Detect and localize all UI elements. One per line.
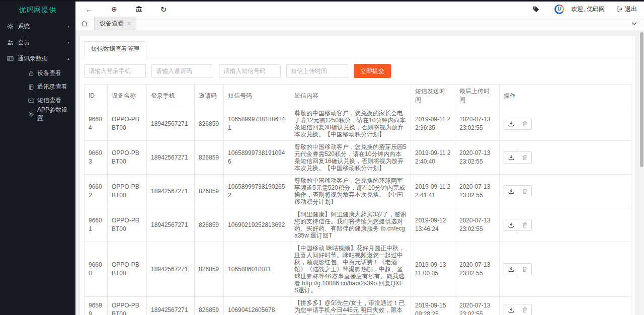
sidebar-item-label: 通讯录查看 [37,83,67,91]
filter-bar: 立即提交 [80,57,635,84]
download-icon [508,222,514,228]
sidebar-item-label: 短信查看 [37,96,61,105]
delete-button[interactable] [518,304,531,315]
download-button[interactable] [504,186,518,197]
tab-device-view[interactable]: 设备查看 × [94,17,136,30]
sidebar-item-contacts-data[interactable]: 通讯录数据 ▴ [0,50,75,66]
panel-tabs: 短信数据查看管理 [80,36,635,57]
download-button[interactable] [504,118,518,129]
chevron-down-icon: ▾ [67,24,69,29]
sms-number-input[interactable] [219,64,281,78]
table-row: 96602 OPPO-PBBT00 18942567271 826859 106… [85,175,631,208]
sidebar-item-members[interactable]: 会员 ▾ [0,34,75,50]
cell-device-name: OPPO-PBBT00 [108,242,147,297]
sidebar-item-system[interactable]: 系统 ▾ [0,18,75,34]
sms-panel: 短信数据查看管理 立即提交 ID设备名称登录手机邀请码短信号码短信内容短信发送时… [79,36,636,315]
sms-table: ID设备名称登录手机邀请码短信号码短信内容短信发送时间最后上传时间操作 9660… [84,84,631,315]
column-header: 短信号码 [224,85,290,107]
cell-sent-time: 2019-09-15 09:28:25 [411,297,455,315]
cell-sms-content: 【阿里健康】阿里健康大药房3岁了，感谢您的支持信任。我们将持续为您提供选对药、买… [290,208,411,242]
chevron-up-icon: ▴ [67,56,69,61]
cell-upload-time: 2020-07-13 23:02:55 [455,242,500,297]
login-phone-input[interactable] [84,64,146,78]
target-icon[interactable]: ⊕ [111,6,117,13]
upload-time-input[interactable] [286,64,348,78]
delete-button[interactable] [518,219,531,230]
scrollbar-thumb[interactable] [640,32,643,167]
cell-id: 96602 [85,175,108,208]
tab-label: 设备查看 [100,19,124,28]
tab-sms-data-management[interactable]: 短信数据查看管理 [84,41,146,57]
chevron-down-icon[interactable] [631,22,639,26]
tab-bar: 设备查看 × [75,17,644,30]
trash-icon [522,307,528,313]
cell-invite-code: 826859 [195,297,224,315]
refresh-icon[interactable]: ↻ [160,6,167,13]
cell-invite-code: 826859 [195,175,224,208]
logout-button[interactable]: 退出 [617,5,637,14]
close-icon[interactable]: × [127,20,131,27]
main-area: ← ⊕ ↻ U 欢迎, 优码网 退出 设备查看 × [75,0,644,315]
download-icon [508,307,514,313]
welcome-text: 欢迎, 优码网 [571,5,605,14]
sidebar-item-addressbook-view[interactable]: 通讯录查看 [0,80,75,94]
scrollbar-track[interactable] [639,32,644,315]
bank-icon[interactable] [135,6,142,13]
sidebar-item-label: 系统 [18,22,30,31]
delete-button[interactable] [518,118,531,129]
cell-sms-number: 1065806010011 [224,242,290,297]
home-icon[interactable] [80,20,88,27]
lock-icon [28,70,34,76]
table-wrap: ID设备名称登录手机邀请码短信号码短信内容短信发送时间最后上传时间操作 9660… [80,84,635,315]
column-header: 登录手机 [147,85,195,107]
tag-icon[interactable] [533,6,539,13]
download-button[interactable] [504,264,518,275]
gear-icon [7,23,14,30]
delete-button[interactable] [518,264,531,275]
download-button[interactable] [504,304,518,315]
envelope-icon [28,98,34,104]
logo-letter: U [556,6,563,13]
delete-button[interactable] [518,186,531,197]
download-icon [508,154,514,161]
sidebar-item-label: 通讯录数据 [18,54,48,63]
sidebar-item-label: 会员 [18,38,30,47]
trash-icon [522,222,528,228]
cell-operations [500,107,631,141]
trash-icon [522,188,528,194]
sidebar-item-label: 设备查看 [37,69,61,77]
cell-upload-time: 2020-07-13 23:02:55 [455,208,500,242]
back-icon[interactable]: ← [86,6,93,13]
cell-sms-content: 尊敬的中国移动客户，您兑换的环球网军事频道5元需520积分，请在10分钟内完成操… [290,175,411,208]
sidebar-item-device-view[interactable]: 设备查看 [0,66,75,80]
cell-invite-code: 826859 [195,141,224,175]
gear-icon [28,111,34,117]
cell-operations [500,208,631,242]
cell-invite-code: 826859 [195,107,224,141]
chevron-down-icon: ▾ [67,40,69,45]
table-header-row: ID设备名称登录手机邀请码短信号码短信内容短信发送时间最后上传时间操作 [85,85,631,107]
avatar-logo[interactable]: U [554,5,564,14]
cell-sms-number: 10690219252813692 [224,208,290,242]
book-icon [28,84,34,90]
cell-sent-time: 2019-09-11 22:40:40 [411,141,455,175]
delete-button[interactable] [518,152,531,163]
cell-id: 96601 [85,208,108,242]
trash-icon [522,154,528,161]
download-button[interactable] [504,219,518,230]
sidebar-item-app-params[interactable]: APP参数设置 [0,107,75,121]
cell-sms-content: 【拼多多】@邹先生/女士，审批通过！已为您申请手机今日445元 明日失效，限本人… [290,297,411,315]
contacts-card-icon [7,55,14,62]
download-button[interactable] [504,152,518,163]
users-icon [7,39,14,46]
cell-login-phone: 18942567271 [147,175,195,208]
cell-sent-time: 2019-09-11 22:36:35 [411,107,455,141]
brand-title: 优码网提供 [0,0,75,18]
exit-icon [617,6,623,12]
cell-login-phone: 18942567271 [147,208,195,242]
submit-button[interactable]: 立即提交 [354,64,391,78]
table-row: 96604 OPPO-PBBT00 18942567271 826859 106… [85,107,631,141]
column-header: 短信内容 [290,85,411,107]
invite-code-input[interactable] [151,64,213,78]
cell-operations [500,242,631,297]
